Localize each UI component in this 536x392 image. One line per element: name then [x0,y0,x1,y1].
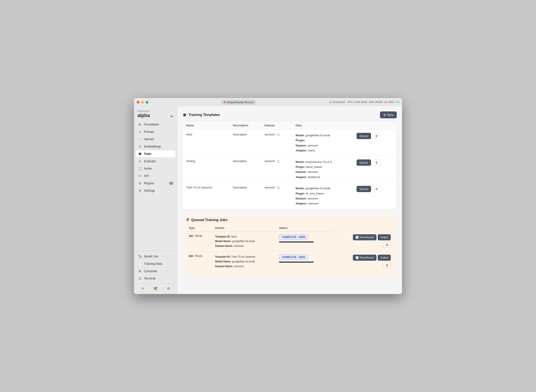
connected-label: Connected [332,101,345,104]
queued-table: Type Details Status 152- TRAIN Template … [186,224,393,272]
dataset-icon: 📋 [277,160,280,163]
sidebar-item-settings[interactable]: ⚙ Settings [136,187,175,194]
close-button[interactable] [136,101,139,104]
plugins-icon: ⧉ [138,181,142,185]
gpu-label: GPU: [388,101,395,104]
col-actions [353,121,397,130]
training-templates-section: 🎓 Training Templates ⊕ New Name Descript [183,112,397,210]
sidebar-label-api: API [144,174,149,178]
q-type-cell: 360- TRAIN [186,252,213,272]
plus-icon: ⊕ [383,113,386,117]
col-description: Description [230,121,261,130]
sidebar-item-training-data[interactable]: 📄 Training Data [136,260,175,267]
terminal-icon: ⊡ [138,276,142,280]
titlebar-center: lmsys/vicuna-7b-v1.5 [149,100,329,105]
sidebar-label-embeddings: Embeddings [144,145,161,148]
sidebar-item-terminal[interactable]: ⊡ Terminal [136,275,175,282]
interact-icon: ○ [138,137,142,141]
q-details-cell: Template ID: test2 Model Name: google/fl… [213,231,277,252]
leaf-icon[interactable]: 🌿 [152,285,159,291]
sun-icon[interactable]: ☀ [140,285,145,291]
sidebar-item-model-zoo[interactable]: 🐾 Model Zoo [136,253,175,260]
template-name-cell: Train T5 on Samsum [183,183,230,209]
table-row: test2 Description samsum 📋 Model: google… [183,130,397,156]
delete-job-button[interactable]: 🗑 [383,262,391,268]
delete-job-button[interactable]: 🗑 [383,242,391,248]
sidebar-label-plugins: Plugins [144,182,154,185]
q-type-cell: 152- TRAIN [186,231,213,252]
graduation-icon: 🎓 [183,113,187,117]
connection-dot [224,101,226,103]
sidebar-item-api[interactable]: <> API [136,173,175,179]
cpu-value: 0.9% [355,101,360,104]
template-data-cell: Model: google/flan-t5-small Plugin: Data… [292,130,353,156]
sidebar-label-notes: Notes [144,167,152,170]
sidebar-bottom: 🐾 Model Zoo 📄 Training Data 🖥 Computer ⊡… [134,251,177,282]
col-name: Name [183,121,230,130]
template-name-cell: Testing [183,156,230,183]
dataset-icon: 📋 [277,133,280,136]
sidebar-item-train[interactable]: 🎓 Train [136,150,175,157]
new-button-label: New [387,113,393,117]
status-bar: ⇄ Connected - CPU: 0.9% RAM: 10% VRAM: 2… [329,101,400,104]
queue-button[interactable]: Queue [357,159,371,166]
col-dataset: Dataset [261,121,292,130]
output-button[interactable]: Output [378,255,391,261]
sidebar-item-computer[interactable]: 🖥 Computer [136,268,175,275]
q-col-type: Type [186,224,213,232]
sidebar-item-plugins[interactable]: ⧉ Plugins 3 [136,180,175,187]
sidebar-item-notes[interactable]: 📋 Notes [136,165,175,172]
api-icon: <> [138,174,142,178]
templates-table-container: Name Description Dataset Data test2 Desc… [183,121,397,210]
evaluate-icon: ⊙ [138,159,142,163]
model-zoo-icon: 🐾 [138,254,142,258]
template-data-cell: Model: google/flan-t5-small Plugin: t5_l… [292,183,353,209]
sidebar-label-computer: Computer [144,269,157,273]
content-area: 🎓 Training Templates ⊕ New Name Descript [177,106,402,294]
table-row: Testing Description samsum 📋 Model: lmsy… [183,156,397,183]
new-template-button[interactable]: ⊕ New [380,112,397,118]
template-data-cell: Model: lmsys/vicuna-7b-v1.5 Plugin: llam… [292,156,353,183]
training-templates-header: 🎓 Training Templates ⊕ New [183,112,397,118]
vram-label: VRAM: [375,101,383,104]
queue-button[interactable]: Queue [357,133,371,139]
tensorboard-button[interactable]: 📈 Tensorboard [353,255,376,261]
progress-bar [279,241,314,243]
sidebar-item-interact[interactable]: ○ Interact [136,136,175,143]
tensorboard-button[interactable]: 📈 Tensorboard [353,234,376,240]
model-pill[interactable]: lmsys/vicuna-7b-v1.5 [221,100,257,105]
q-details-cell: Template ID: Train T5 on Samsum Model Na… [213,252,277,272]
sidebar-item-foundation[interactable]: ⊞ Foundation [136,121,175,128]
training-templates-title: 🎓 Training Templates [183,113,220,117]
progress-bar-container [279,261,314,263]
q-col-details: Details [213,224,277,232]
template-desc-cell: Description [230,130,261,156]
col-data: Data [292,121,353,130]
ram-value: 10% [369,101,374,104]
sidebar-label-terminal: Terminal [144,277,155,280]
titlebar: lmsys/vicuna-7b-v1.5 ⇄ Connected - CPU: … [134,98,402,106]
cpu-label: CPU: [348,101,354,104]
gear-icon[interactable]: ⚙ [166,285,171,291]
minimize-button[interactable] [141,101,144,104]
train-icon: 🎓 [138,152,142,156]
maximize-button[interactable] [146,101,149,104]
embeddings-icon: ⊡ [138,145,142,148]
sidebar-label-foundation: Foundation [144,123,159,126]
delete-button[interactable]: 🗑 [373,186,380,192]
output-button[interactable]: Output [378,234,391,240]
templates-table: Name Description Dataset Data test2 Desc… [183,121,397,209]
delete-button[interactable]: 🗑 [373,133,380,139]
sidebar-item-embeddings[interactable]: ⊡ Embeddings [136,143,175,150]
delete-button[interactable]: 🗑 [373,159,380,166]
chevron-down-icon[interactable]: ⌄ [170,113,174,118]
experiment-label: Experiment: [134,110,177,112]
queue-button[interactable]: Queue [357,186,371,192]
sidebar-item-evaluate[interactable]: ⊙ Evaluate [136,158,175,165]
queued-jobs-label: Queued Training Jobs [191,218,227,222]
q-actions-cell: 📈 Tensorboard Output 🗑 [333,252,393,272]
template-dataset-cell: samsum 📋 [261,183,292,209]
progress-bar [279,261,314,263]
sidebar-label-interact: Interact [144,137,154,141]
sidebar-item-prompt[interactable]: ≡ Prompt [136,128,175,135]
